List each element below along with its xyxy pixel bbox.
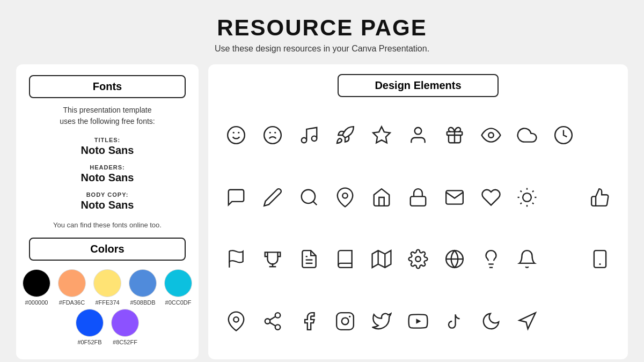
color-circle-black [23, 269, 50, 297]
rocket-icon [328, 106, 362, 165]
color-blue: #508BDB [129, 269, 157, 306]
main-content: Fonts This presentation template uses th… [0, 64, 644, 359]
footer-note: DON'T FORGET TO DELETE THIS PAGE BEFORE … [0, 359, 644, 362]
svg-marker-47 [416, 319, 421, 324]
colors-label: Colors [29, 238, 186, 261]
heart-icon [474, 168, 508, 227]
spacer-1 [583, 106, 617, 165]
eye-icon [474, 106, 508, 165]
fonts-note: You can find these fonts online too. [29, 221, 186, 229]
page-subtitle: Use these design resources in your Canva… [215, 44, 429, 54]
star-icon [364, 106, 399, 165]
font-entry-headers: HEADERS: Noto Sans [29, 162, 186, 184]
clock-icon [546, 106, 581, 165]
mail-icon [437, 168, 472, 227]
pencil-icon [255, 168, 290, 227]
spacer-4 [546, 292, 581, 351]
flag-icon [219, 230, 253, 289]
trophy-icon [255, 230, 290, 289]
home-icon [364, 168, 399, 227]
svg-point-32 [415, 257, 421, 262]
svg-rect-45 [337, 313, 354, 330]
color-yellow: #FFE374 [93, 269, 121, 306]
design-elements-label: Design Elements [338, 74, 499, 97]
book-icon [328, 230, 362, 289]
right-panel: Design Elements [208, 64, 628, 359]
color-circle-orange [58, 269, 86, 297]
moon-icon [474, 292, 508, 351]
user-icon [401, 106, 435, 165]
svg-point-17 [523, 193, 532, 202]
spacer-2 [546, 168, 581, 227]
color-circle-purple [111, 309, 139, 337]
svg-line-44 [269, 316, 275, 320]
color-cyan: #0CC0DF [164, 269, 192, 306]
page-header: RESOURCE PAGE Use these design resources… [215, 0, 429, 59]
pin-icon [328, 168, 362, 227]
svg-point-3 [264, 127, 281, 144]
share-icon [255, 292, 290, 351]
colors-row-2: #0F52FB #8C52FF [29, 309, 186, 345]
svg-line-14 [313, 201, 317, 205]
font-entry-body: BODY COPY: Noto Sans [29, 189, 186, 211]
svg-line-43 [269, 323, 275, 326]
page-title: RESOURCE PAGE [215, 15, 429, 41]
music-icon [292, 106, 326, 165]
facebook-icon [292, 292, 326, 351]
svg-line-20 [521, 190, 522, 191]
color-orange: #FDA36C [58, 269, 86, 306]
svg-rect-37 [594, 251, 606, 268]
cloud-icon [510, 106, 545, 165]
svg-line-24 [521, 203, 522, 204]
location-icon [219, 292, 253, 351]
map-icon [364, 230, 399, 289]
mobile-icon [583, 230, 617, 289]
document-icon [292, 230, 326, 289]
svg-line-25 [533, 190, 534, 191]
svg-marker-8 [373, 127, 390, 143]
color-circle-blue [129, 269, 157, 297]
color-royal-blue: #0F52FB [76, 309, 104, 345]
left-panel: Fonts This presentation template uses th… [16, 64, 199, 359]
fonts-label: Fonts [29, 75, 186, 98]
search-icon [292, 168, 326, 227]
sad-icon [255, 106, 290, 165]
svg-point-7 [311, 136, 317, 141]
lightbulb-icon [474, 230, 508, 289]
svg-point-6 [301, 138, 306, 143]
svg-point-9 [415, 128, 422, 135]
megaphone-icon [510, 292, 545, 351]
svg-line-21 [533, 203, 534, 204]
youtube-icon [401, 292, 435, 351]
color-purple: #8C52FF [111, 309, 139, 345]
svg-point-39 [233, 317, 239, 322]
gift-icon [437, 106, 472, 165]
settings-icon [401, 230, 435, 289]
svg-point-41 [265, 319, 270, 324]
colors-row-1: #000000 #FDA36C #FFE374 #508BDB #0CC0DF [29, 269, 186, 306]
color-circle-cyan [164, 269, 192, 297]
tiktok-icon [437, 292, 472, 351]
svg-marker-29 [372, 251, 391, 268]
lock-icon [401, 168, 435, 227]
svg-point-15 [343, 193, 348, 198]
thumbsup-icon [583, 168, 617, 227]
sun-icon [510, 168, 545, 227]
svg-rect-16 [411, 196, 426, 205]
color-circle-royal-blue [76, 309, 104, 337]
svg-point-42 [275, 324, 280, 330]
font-entry-titles: TITLES: Noto Sans [29, 135, 186, 157]
globe-icon [437, 230, 472, 289]
color-black: #000000 [23, 269, 50, 306]
color-circle-yellow [93, 269, 121, 297]
svg-point-11 [488, 132, 494, 138]
fonts-description: This presentation template uses the foll… [29, 105, 186, 127]
smile-icon [219, 106, 253, 165]
instagram-icon [328, 292, 362, 351]
twitter-icon [364, 292, 399, 351]
bell-icon [510, 230, 545, 289]
svg-point-13 [301, 189, 314, 203]
icons-grid [219, 106, 617, 351]
svg-point-0 [228, 127, 245, 144]
chat-icon [219, 168, 253, 227]
